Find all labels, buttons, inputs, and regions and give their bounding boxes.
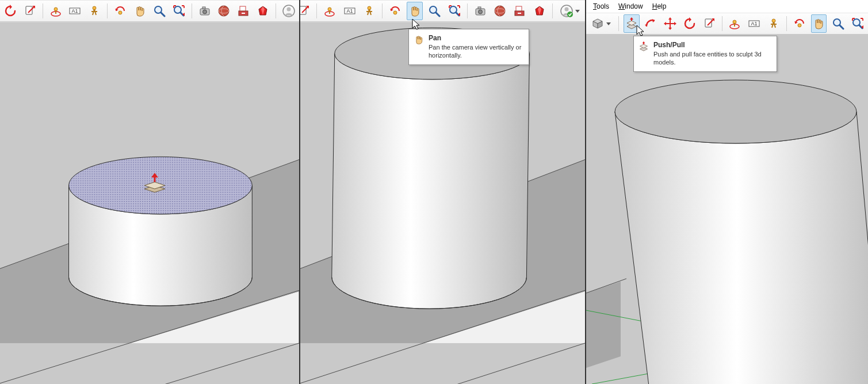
- extension-icon[interactable]: [255, 2, 271, 20]
- pan-icon[interactable]: [407, 2, 423, 20]
- dimension-icon[interactable]: [341, 2, 357, 20]
- export-icon[interactable]: [22, 2, 38, 20]
- toolbar: [586, 13, 868, 35]
- toolbar: [300, 0, 585, 22]
- walk-icon[interactable]: [86, 2, 102, 20]
- walk-icon[interactable]: [361, 2, 377, 20]
- zoom-extents-icon[interactable]: [446, 2, 462, 20]
- orbit-icon[interactable]: [48, 2, 64, 20]
- menubar: Tools Window Help: [586, 0, 868, 13]
- viewport-right[interactable]: [586, 34, 868, 384]
- menu-tools[interactable]: Tools: [588, 1, 614, 12]
- panel-middle: Pan Pan the camera view vertically or ho…: [300, 0, 586, 384]
- look-around-icon[interactable]: [387, 2, 403, 20]
- svg-marker-67: [586, 282, 621, 368]
- tooltip-desc: Pan the camera view vertically or horizo…: [429, 44, 523, 60]
- look-around-icon[interactable]: [791, 14, 808, 33]
- svg-rect-48: [0, 343, 299, 384]
- pan-icon[interactable]: [811, 14, 827, 33]
- orbit-icon[interactable]: [322, 2, 338, 20]
- 3dwarehouse-icon[interactable]: [511, 2, 527, 20]
- tooltip-desc: Push and pull face entities to sculpt 3d…: [653, 51, 771, 67]
- zoom-icon[interactable]: [426, 2, 442, 20]
- walk-icon[interactable]: [766, 14, 782, 33]
- pan-icon[interactable]: [132, 2, 148, 20]
- tooltip-title: Pan: [429, 34, 523, 42]
- photo-match-icon[interactable]: [197, 2, 213, 20]
- 3dwarehouse-icon[interactable]: [235, 2, 251, 20]
- zoom-icon[interactable]: [830, 14, 846, 33]
- tooltip-pushpull: Push/Pull Push and pull face entities to…: [633, 36, 777, 72]
- svg-rect-61: [300, 343, 585, 384]
- menu-window[interactable]: Window: [614, 1, 648, 12]
- viewport-left[interactable]: [0, 21, 299, 384]
- panel-left: [0, 0, 300, 384]
- export-icon[interactable]: [701, 14, 717, 33]
- user-avatar-dropdown[interactable]: [557, 2, 583, 20]
- dimension-icon[interactable]: [746, 14, 762, 33]
- menu-help[interactable]: Help: [648, 1, 671, 12]
- zoom-extents-icon[interactable]: [850, 14, 866, 33]
- zoom-extents-icon[interactable]: [171, 2, 187, 20]
- geo-location-icon[interactable]: [492, 2, 508, 20]
- rotate-icon[interactable]: [682, 14, 698, 33]
- photo-match-icon[interactable]: [472, 2, 488, 20]
- user-avatar-icon[interactable]: [281, 2, 297, 20]
- zoom-icon[interactable]: [151, 2, 167, 20]
- orbit-icon[interactable]: [727, 14, 743, 33]
- look-around-icon[interactable]: [112, 2, 128, 20]
- viewport-middle[interactable]: [300, 21, 585, 384]
- panel-right: Tools Window Help: [586, 0, 868, 384]
- extension-icon[interactable]: [531, 2, 547, 20]
- move-icon[interactable]: [662, 14, 678, 33]
- iso-view-dropdown[interactable]: [588, 14, 614, 33]
- pan-icon: [414, 35, 424, 45]
- tooltip-title: Push/Pull: [653, 41, 771, 49]
- refresh-icon[interactable]: [2, 2, 18, 20]
- svg-point-71: [615, 80, 856, 143]
- pushpull-icon: [638, 41, 649, 52]
- toolbar: [0, 0, 299, 22]
- tooltip-pan: Pan Pan the camera view vertically or ho…: [408, 29, 529, 65]
- dimension-icon[interactable]: [67, 2, 83, 20]
- export-icon[interactable]: [300, 2, 312, 20]
- geo-location-icon[interactable]: [216, 2, 232, 20]
